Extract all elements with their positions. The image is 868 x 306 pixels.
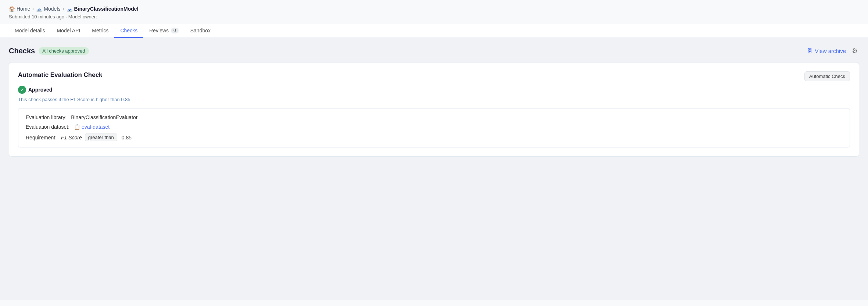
requirement-operator: greater than bbox=[85, 134, 117, 141]
tab-model-details[interactable]: Model details bbox=[9, 24, 51, 38]
model-icon: 🗻 bbox=[67, 6, 73, 12]
checks-title-area: Checks All checks approved bbox=[9, 47, 89, 55]
breadcrumb-separator-2: › bbox=[63, 6, 64, 11]
eval-library-label: Evaluation library: bbox=[26, 114, 67, 120]
dataset-icon: 📋 bbox=[74, 124, 80, 130]
checks-actions: 🗄 View archive ⚙ bbox=[807, 45, 859, 56]
tab-sandbox[interactable]: Sandbox bbox=[184, 24, 216, 38]
approved-icon: ✓ bbox=[18, 86, 26, 94]
checks-header: Checks All checks approved 🗄 View archiv… bbox=[9, 45, 859, 56]
check-card: Automatic Evaluation Check Automatic Che… bbox=[9, 62, 859, 157]
main-content: Checks All checks approved 🗄 View archiv… bbox=[0, 38, 868, 300]
check-card-title: Automatic Evaluation Check bbox=[18, 71, 103, 79]
models-icon: 🗻 bbox=[36, 6, 42, 12]
status-badge: All checks approved bbox=[39, 47, 89, 55]
reviews-badge: 0 bbox=[171, 28, 179, 33]
check-status: ✓ Approved bbox=[18, 86, 850, 94]
check-description: This check passes if the F1 Score is hig… bbox=[18, 97, 850, 102]
breadcrumb: 🏠 Home › 🗻 Models › 🗻 BinaryClassificati… bbox=[0, 0, 868, 13]
settings-button[interactable]: ⚙ bbox=[850, 45, 859, 56]
gear-icon: ⚙ bbox=[852, 47, 858, 54]
requirement-metric: F1 Score bbox=[61, 135, 82, 140]
requirement-row: Requirement: F1 Score greater than 0.85 bbox=[26, 134, 842, 141]
breadcrumb-separator-1: › bbox=[32, 6, 34, 11]
check-details-box: Evaluation library: BinaryClassification… bbox=[18, 108, 850, 147]
check-card-header: Automatic Evaluation Check Automatic Che… bbox=[18, 71, 850, 81]
home-link[interactable]: 🏠 Home bbox=[9, 6, 30, 12]
archive-icon: 🗄 bbox=[807, 48, 813, 54]
tab-metrics[interactable]: Metrics bbox=[86, 24, 114, 38]
checkmark-icon: ✓ bbox=[20, 87, 24, 93]
tab-checks[interactable]: Checks bbox=[114, 24, 143, 38]
checks-title: Checks bbox=[9, 47, 35, 55]
subtitle: Submitted 10 minutes ago · Model owner: bbox=[0, 13, 868, 24]
home-icon: 🏠 bbox=[9, 6, 15, 12]
check-type-badge: Automatic Check bbox=[804, 71, 850, 81]
requirement-label: Requirement: bbox=[26, 135, 57, 140]
current-page: 🗻 BinaryClassificationModel bbox=[67, 6, 139, 12]
models-link[interactable]: 🗻 Models bbox=[36, 6, 60, 12]
eval-dataset-label: Evaluation dataset: bbox=[26, 124, 69, 130]
eval-dataset-link[interactable]: 📋 eval-dataset bbox=[74, 124, 110, 130]
eval-library-row: Evaluation library: BinaryClassification… bbox=[26, 114, 842, 120]
tab-reviews[interactable]: Reviews 0 bbox=[143, 24, 184, 38]
eval-library-value: BinaryClassificationEvaluator bbox=[71, 114, 137, 120]
tab-model-api[interactable]: Model API bbox=[51, 24, 86, 38]
check-status-label: Approved bbox=[28, 87, 52, 93]
view-archive-button[interactable]: 🗄 View archive bbox=[807, 48, 846, 54]
eval-dataset-row: Evaluation dataset: 📋 eval-dataset bbox=[26, 124, 842, 130]
requirement-threshold: 0.85 bbox=[122, 135, 132, 140]
tabs-bar: Model details Model API Metrics Checks R… bbox=[0, 24, 868, 38]
